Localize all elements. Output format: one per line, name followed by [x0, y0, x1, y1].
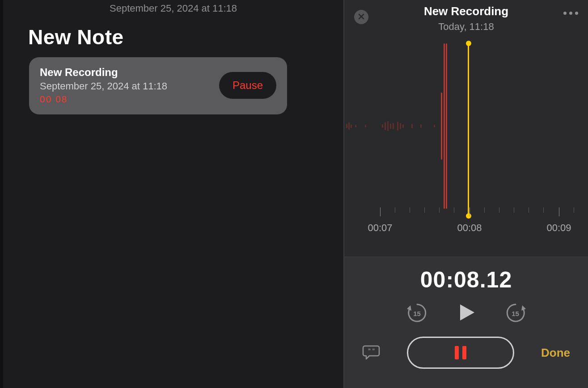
timeline-ticks: [344, 207, 588, 221]
ellipsis-icon: [563, 12, 567, 15]
waveform: [344, 43, 588, 209]
memo-subtitle: Today, 11:18: [353, 21, 579, 33]
play-button[interactable]: [454, 301, 478, 325]
transcript-button[interactable]: ” ”: [362, 345, 380, 361]
close-icon: [358, 13, 364, 21]
skip-back-icon: [406, 319, 428, 325]
close-button[interactable]: [354, 10, 368, 24]
waveform-panel[interactable]: 00:07 00:08 00:09: [344, 35, 588, 257]
playback-controls: 00:08.12 15: [344, 257, 588, 388]
ellipsis-icon: [569, 12, 572, 15]
tick-label: 00:09: [546, 222, 571, 234]
note-date-header: September 25, 2024 at 11:18: [3, 0, 343, 14]
skip-forward-icon: [504, 319, 527, 325]
more-options-button[interactable]: [563, 12, 578, 15]
skip-back-amount: 15: [413, 310, 421, 317]
memo-header: New Recording Today, 11:18: [344, 0, 588, 35]
bottom-action-row: ” ” Done: [344, 325, 588, 382]
tick-label: 00:08: [457, 222, 482, 234]
skip-forward-amount: 15: [512, 310, 519, 317]
quote-bubble-icon: ” ”: [362, 354, 380, 361]
skip-back-15-button[interactable]: 15: [406, 302, 428, 324]
record-pause-toggle[interactable]: [407, 337, 514, 369]
app-root: September 25, 2024 at 11:18 New Note New…: [0, 0, 588, 388]
recording-card-elapsed: 00 08: [40, 94, 167, 105]
playhead[interactable]: [468, 43, 469, 216]
svg-text:” ”: ” ”: [368, 348, 375, 354]
recording-card-pause-button[interactable]: Pause: [219, 72, 276, 99]
play-icon: [457, 317, 476, 324]
playback-row: 15 15: [406, 301, 527, 325]
recording-attachment-card[interactable]: New Recording September 25, 2024 at 11:1…: [29, 57, 287, 114]
recording-card-title: New Recording: [40, 66, 167, 79]
ellipsis-icon: [575, 12, 578, 15]
skip-forward-15-button[interactable]: 15: [504, 302, 527, 324]
voice-memo-pane: New Recording Today, 11:18: [343, 0, 588, 388]
notes-pane: September 25, 2024 at 11:18 New Note New…: [0, 0, 343, 388]
note-title[interactable]: New Note: [28, 25, 343, 49]
svg-marker-3: [460, 304, 474, 321]
pause-icon: [455, 346, 466, 359]
tick-label: 00:07: [368, 222, 392, 234]
elapsed-time: 00:08.12: [420, 267, 512, 293]
recording-card-info: New Recording September 25, 2024 at 11:1…: [40, 66, 167, 105]
recording-card-date: September 25, 2024 at 11:18: [40, 80, 167, 92]
done-button[interactable]: Done: [541, 346, 570, 360]
memo-title: New Recording: [353, 4, 579, 18]
